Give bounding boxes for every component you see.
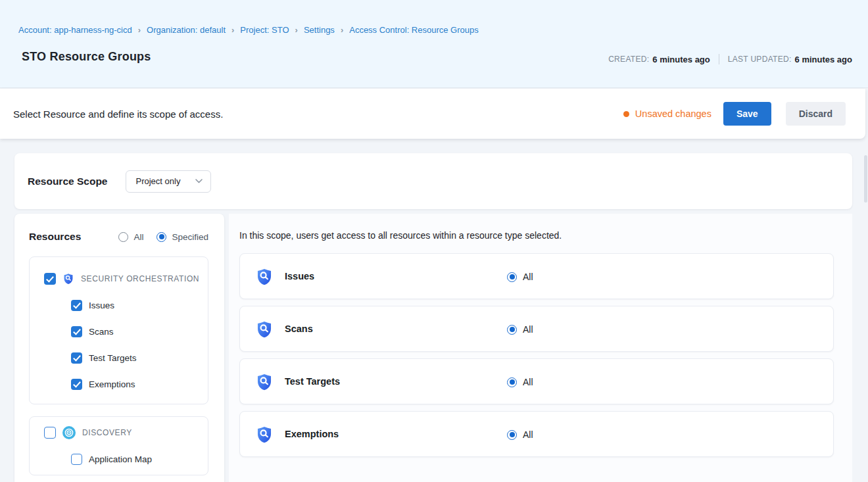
- chevron-right-icon: ›: [295, 25, 298, 35]
- tree-item-label: Test Targets: [89, 353, 137, 363]
- checkbox-exemptions[interactable]: [71, 379, 82, 390]
- resource-card-issues: Issues All: [239, 253, 834, 299]
- resources-panel: Resources All Specified SECURITY OR: [14, 214, 224, 482]
- tree-item-label: Scans: [89, 327, 114, 337]
- chevron-right-icon: ›: [138, 25, 141, 35]
- toolbar-description: Select Resource and define its scope of …: [13, 108, 223, 120]
- toolbar-actions: Unsaved changes Save Discard: [623, 102, 846, 126]
- access-radio-group: All: [507, 272, 533, 282]
- tree-row-issues: Issues: [71, 299, 114, 311]
- radio-all-icon[interactable]: [118, 232, 128, 242]
- access-all-label: All: [523, 377, 533, 387]
- radio-all-selected-icon[interactable]: [507, 272, 517, 282]
- tree-row-test-targets: Test Targets: [71, 352, 137, 364]
- access-all-label: All: [523, 324, 533, 335]
- scope-detail-pane: In this scope, users get access to all r…: [229, 214, 852, 482]
- created-value: 6 minutes ago: [652, 55, 710, 64]
- resources-panel-header: Resources All Specified: [29, 231, 208, 243]
- access-radio-group: All: [507, 324, 533, 335]
- chevron-right-icon: ›: [231, 25, 234, 35]
- breadcrumb-project[interactable]: Project: STO: [240, 25, 289, 35]
- checkbox-test-targets[interactable]: [71, 352, 82, 364]
- resource-card-scans: Scans All: [239, 306, 834, 352]
- breadcrumb-account[interactable]: Account: app-harness-ng-cicd: [18, 25, 132, 35]
- resource-scope-dropdown[interactable]: Project only: [126, 170, 211, 193]
- unsaved-changes-label: Unsaved changes: [635, 108, 711, 119]
- resource-card-title: Scans: [285, 324, 313, 334]
- resource-scope-label: Resource Scope: [28, 176, 107, 187]
- tree-row-security-orchestration: SECURITY ORCHESTRATION: [44, 273, 199, 285]
- tree-item-label: Application Map: [89, 454, 152, 464]
- resource-card-title: Issues: [285, 271, 314, 281]
- checkbox-issues[interactable]: [71, 300, 82, 311]
- radio-specified-label: Specified: [172, 232, 208, 242]
- radio-all-label: All: [133, 232, 143, 242]
- breadcrumb-organization[interactable]: Organization: default: [147, 25, 226, 35]
- access-all-label: All: [523, 429, 533, 440]
- radio-option-all[interactable]: All: [118, 232, 143, 242]
- tree-row-exemptions: Exemptions: [71, 378, 135, 390]
- last-updated-value: 6 minutes ago: [795, 55, 852, 64]
- last-updated-label: LAST UPDATED:: [728, 55, 792, 64]
- chevron-right-icon: ›: [341, 25, 343, 35]
- resource-group-security-orchestration: SECURITY ORCHESTRATION Issues Scans Test…: [29, 256, 208, 404]
- unsaved-dot-icon: [623, 111, 629, 117]
- checkbox-application-map[interactable]: [71, 454, 82, 465]
- discovery-icon: [62, 426, 76, 439]
- resource-card-exemptions: Exemptions All: [239, 411, 834, 457]
- tree-row-discovery: DISCOVERY: [44, 427, 132, 439]
- resource-card-test-targets: Test Targets All: [239, 358, 834, 404]
- created-label: CREATED:: [608, 55, 649, 64]
- resource-scope-card: Resource Scope Project only: [14, 153, 852, 209]
- tree-item-label: Issues: [89, 301, 114, 310]
- resource-card-title: Test Targets: [285, 376, 340, 387]
- sto-shield-icon: [255, 320, 274, 339]
- breadcrumb-settings[interactable]: Settings: [304, 25, 335, 35]
- tree-row-scans: Scans: [71, 325, 114, 337]
- chevron-down-icon: [195, 179, 203, 183]
- checkbox-security-orchestration[interactable]: [44, 273, 56, 285]
- radio-specified-icon[interactable]: [157, 232, 166, 242]
- sto-shield-icon: [255, 373, 274, 391]
- radio-option-specified[interactable]: Specified: [157, 232, 208, 242]
- timestamps: CREATED: 6 minutes ago LAST UPDATED: 6 m…: [608, 54, 852, 64]
- action-toolbar: Select Resource and define its scope of …: [0, 89, 865, 139]
- save-button[interactable]: Save: [723, 102, 771, 126]
- page-title: STO Resource Groups: [22, 50, 151, 64]
- discard-button[interactable]: Discard: [786, 102, 846, 126]
- radio-all-selected-icon[interactable]: [507, 430, 517, 440]
- sto-shield-icon: [62, 273, 74, 285]
- resource-card-title: Exemptions: [285, 429, 339, 439]
- resources-title: Resources: [29, 231, 81, 243]
- breadcrumb: Account: app-harness-ng-cicd › Organizat…: [18, 25, 479, 35]
- group-label: SECURITY ORCHESTRATION: [81, 274, 199, 283]
- resources-mode-radios: All Specified: [118, 232, 208, 242]
- tree-row-application-map: Application Map: [71, 453, 152, 465]
- resource-scope-value: Project only: [135, 176, 180, 186]
- tree-item-label: Exemptions: [89, 379, 135, 389]
- divider: [719, 54, 719, 64]
- sto-shield-icon: [255, 425, 274, 444]
- access-all-label: All: [523, 272, 533, 282]
- group-label: DISCOVERY: [82, 428, 132, 437]
- sto-shield-icon: [255, 268, 274, 286]
- vertical-scrollbar-thumb[interactable]: [864, 155, 867, 203]
- checkbox-discovery[interactable]: [44, 427, 56, 439]
- unsaved-changes-indicator: Unsaved changes: [623, 108, 711, 119]
- access-radio-group: All: [507, 429, 533, 440]
- radio-all-selected-icon[interactable]: [507, 325, 517, 335]
- radio-all-selected-icon[interactable]: [507, 377, 517, 387]
- checkbox-scans[interactable]: [71, 326, 82, 337]
- page-header: Account: app-harness-ng-cicd › Organizat…: [0, 0, 868, 88]
- scope-note: In this scope, users get access to all r…: [239, 230, 562, 241]
- access-radio-group: All: [507, 377, 533, 387]
- resource-group-discovery: DISCOVERY Application Map: [29, 416, 208, 475]
- breadcrumb-access-control[interactable]: Access Control: Resource Groups: [349, 25, 479, 35]
